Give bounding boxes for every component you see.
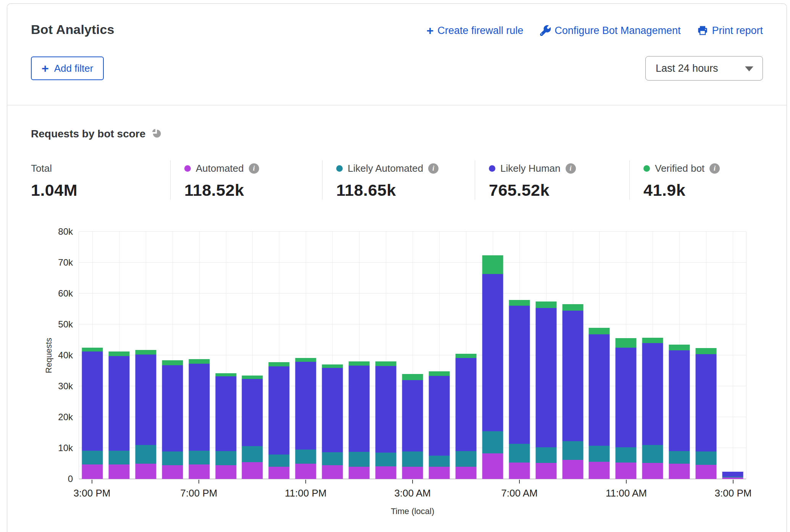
segment-likely_automated	[455, 451, 476, 467]
segment-likely_automated	[269, 455, 290, 467]
bar-slot-22	[666, 232, 693, 479]
segment-likely_automated	[669, 451, 690, 464]
segment-verified_bot	[108, 351, 129, 356]
bar-8[interactable]	[295, 358, 316, 479]
chevron-down-icon	[745, 66, 753, 71]
bar-14[interactable]	[455, 354, 476, 479]
segment-likely_human	[82, 351, 103, 451]
bar-9[interactable]	[322, 364, 343, 479]
print-report-link[interactable]: Print report	[697, 25, 763, 37]
bar-5[interactable]	[215, 373, 236, 479]
segment-automated	[269, 467, 290, 479]
segment-likely_automated	[562, 441, 583, 460]
bar-slot-9	[319, 232, 346, 479]
card-header: Bot Analytics + Create firewall rule Con…	[7, 4, 787, 105]
add-filter-button[interactable]: + Add filter	[31, 56, 104, 80]
segment-likely_automated	[189, 451, 210, 464]
create-firewall-rule-link[interactable]: + Create firewall rule	[426, 24, 523, 37]
bar-3[interactable]	[162, 360, 183, 479]
y-tick-label: 10k	[58, 443, 73, 453]
bar-slot-18	[559, 232, 586, 479]
info-icon[interactable]: i	[566, 163, 576, 174]
bar-slot-13	[426, 232, 453, 479]
segment-likely_human	[429, 376, 450, 456]
segment-likely_automated	[482, 431, 503, 453]
configure-bot-management-link[interactable]: Configure Bot Management	[540, 25, 680, 37]
bar-7[interactable]	[269, 362, 290, 479]
bar-16[interactable]	[509, 300, 530, 479]
section-title: Requests by bot score	[31, 128, 145, 140]
bar-slot-15	[479, 232, 506, 479]
bar-24[interactable]	[722, 472, 743, 479]
segment-likely_automated	[402, 451, 423, 467]
segment-verified_bot	[189, 359, 210, 364]
bar-slot-19	[586, 232, 613, 479]
segment-verified_bot	[429, 371, 450, 376]
stat-likely-automated-value: 118.65k	[336, 181, 475, 200]
bar-slot-24	[719, 232, 746, 479]
segment-automated	[322, 465, 343, 479]
segment-automated	[135, 464, 156, 479]
segment-likely_human	[509, 306, 530, 443]
segment-likely_human	[108, 356, 129, 451]
bar-slot-6	[239, 232, 266, 479]
x-tick-label: 3:00 PM	[715, 487, 752, 499]
segment-automated	[696, 465, 717, 479]
segment-verified_bot	[535, 301, 556, 308]
segment-automated	[509, 463, 530, 479]
bar-slot-20	[613, 232, 639, 479]
bar-0[interactable]	[82, 348, 103, 479]
bar-22[interactable]	[669, 345, 690, 479]
time-range-select[interactable]: Last 24 hours	[645, 56, 763, 81]
x-tick-mark	[305, 480, 306, 484]
bar-2[interactable]	[135, 350, 156, 479]
bar-19[interactable]	[589, 328, 610, 479]
bar-15[interactable]	[482, 255, 503, 479]
segment-likely_automated	[295, 450, 316, 463]
info-icon[interactable]: i	[709, 163, 720, 174]
bar-6[interactable]	[242, 376, 263, 479]
segment-likely_automated	[349, 452, 370, 467]
info-icon[interactable]: i	[428, 163, 439, 174]
y-tick-label: 30k	[58, 381, 73, 392]
bar-slot-17	[533, 232, 559, 479]
header-actions: + Create firewall rule Configure Bot Man…	[426, 22, 763, 37]
y-tick-label: 40k	[58, 350, 73, 361]
segment-likely_automated	[242, 446, 263, 462]
bar-21[interactable]	[642, 338, 663, 479]
bar-slot-14	[453, 232, 479, 479]
segment-likely_human	[242, 379, 263, 447]
segment-likely_human	[589, 334, 610, 446]
bar-23[interactable]	[696, 348, 717, 479]
segment-verified_bot	[509, 300, 530, 306]
segment-automated	[189, 464, 210, 479]
printer-icon	[697, 25, 708, 36]
bar-12[interactable]	[402, 374, 423, 479]
bar-slot-4	[186, 232, 213, 479]
bar-11[interactable]	[376, 361, 397, 479]
bar-18[interactable]	[562, 304, 583, 479]
bar-slot-11	[372, 232, 399, 479]
bar-20[interactable]	[616, 338, 637, 479]
segment-automated	[642, 463, 663, 479]
x-tick-mark	[412, 480, 413, 484]
bar-4[interactable]	[189, 359, 210, 479]
bar-slot-8	[292, 232, 319, 479]
segment-verified_bot	[162, 360, 183, 365]
gridline	[79, 231, 746, 232]
bar-13[interactable]	[429, 371, 450, 479]
y-tick-label: 60k	[58, 288, 73, 299]
segment-verified_bot	[295, 358, 316, 362]
bar-10[interactable]	[349, 361, 370, 479]
segment-verified_bot	[482, 255, 503, 274]
segment-verified_bot	[135, 350, 156, 355]
info-icon[interactable]: i	[249, 163, 259, 174]
segment-automated	[482, 453, 503, 479]
stat-automated: Automated i 118.52k	[170, 160, 322, 200]
y-axis-labels: 010k20k30k40k50k60k70k80k	[31, 232, 73, 479]
bar-1[interactable]	[108, 351, 129, 479]
segment-likely_human	[215, 376, 236, 451]
segment-automated	[562, 460, 583, 479]
segment-automated	[349, 467, 370, 479]
bar-17[interactable]	[535, 301, 556, 479]
